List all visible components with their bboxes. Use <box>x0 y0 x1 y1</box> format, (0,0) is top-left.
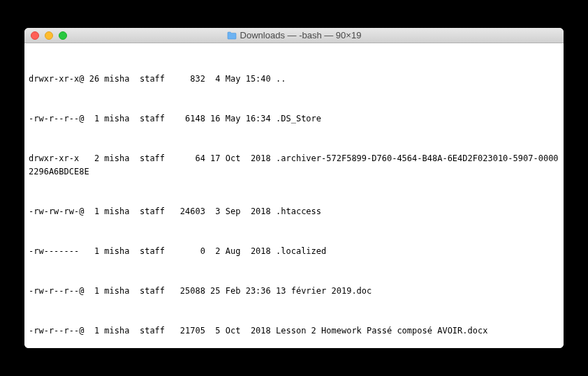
close-button[interactable] <box>31 31 39 40</box>
ls-line: -rw-r--r--@ 1 misha staff 6148 16 May 16… <box>29 112 559 126</box>
minimize-button[interactable] <box>45 31 53 40</box>
ls-line: -rw-r--r--@ 1 misha staff 21705 5 Oct 20… <box>29 324 559 338</box>
ls-line: -rw------- 1 misha staff 0 2 Aug 2018 .l… <box>29 245 559 258</box>
terminal-body[interactable]: drwxr-xr-x@ 26 misha staff 832 4 May 15:… <box>24 43 564 348</box>
ls-line: -rw-rw-rw-@ 1 misha staff 24603 3 Sep 20… <box>29 205 559 218</box>
ls-line: -rw-r--r--@ 1 misha staff 25088 25 Feb 2… <box>29 285 559 298</box>
terminal-window: Downloads — -bash — 90×19 drwxr-xr-x@ 26… <box>24 28 564 348</box>
titlebar[interactable]: Downloads — -bash — 90×19 <box>24 28 564 43</box>
traffic-lights <box>24 31 67 40</box>
ls-line: drwxr-xr-x@ 26 misha staff 832 4 May 15:… <box>29 73 559 86</box>
folder-icon <box>227 31 237 40</box>
maximize-button[interactable] <box>59 31 67 40</box>
window-title: Downloads — -bash — 90×19 <box>240 30 362 40</box>
ls-line: drwxr-xr-x 2 misha staff 64 17 Oct 2018 … <box>29 152 559 179</box>
window-title-area: Downloads — -bash — 90×19 <box>24 30 564 40</box>
